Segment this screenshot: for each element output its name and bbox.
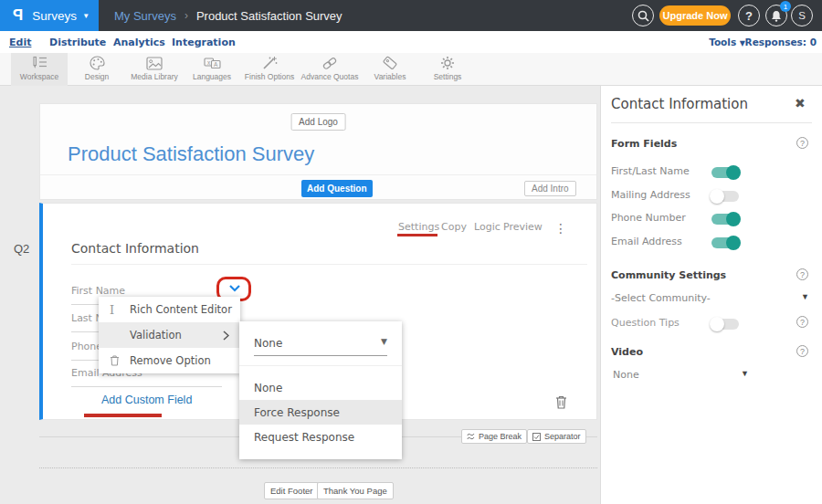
divider [611,122,812,123]
add-custom-field-link[interactable]: Add Custom Field [101,394,192,406]
avatar[interactable]: S [791,5,813,26]
toggle-mailing-address[interactable] [711,191,739,202]
survey-header-card: Add Logo Product Satisfaction Survey Add… [39,103,597,200]
add-logo-button[interactable]: Add Logo [290,113,346,131]
question-preview-link[interactable]: Preview [503,221,543,233]
toggle-email-address[interactable] [711,237,739,248]
help-icon[interactable]: ? [796,316,808,328]
tools-menu[interactable]: Tools ▼ [709,37,745,47]
survey-title[interactable]: Product Satisfaction Survey [68,142,314,166]
community-select[interactable]: -Select Community- [611,292,711,304]
variables-icon [383,56,398,70]
menu-item-validation[interactable]: Validation [99,322,240,348]
workspace-icon [31,56,48,70]
validation-submenu: None ▼ None Force Response Request Respo… [239,321,402,459]
chevron-down-icon: ▼ [82,12,90,20]
tab-integration[interactable]: Integration [172,37,236,48]
validation-option-request-response[interactable]: Request Response [239,425,402,449]
responses-count[interactable]: Responses: 0 [745,37,817,47]
question-tips-label: Question Tips [611,317,680,329]
search-button[interactable] [632,5,654,26]
product-switcher[interactable]: P Surveys ▼ [0,0,99,31]
add-custom-field-red-underline-annotation [84,414,162,417]
video-select[interactable]: None [613,369,639,381]
separator-button[interactable]: Separator [527,429,586,444]
notification-badge: 1 [780,1,791,12]
toolbar-workspace[interactable]: Workspace [11,53,68,86]
breadcrumb-current: Product Satisfaction Survey [196,9,342,23]
breadcrumb: My Surveys › Product Satisfaction Survey [114,0,342,31]
text-editor-icon: I [110,303,130,317]
field-context-menu: I Rich Content Editor Validation Remove … [99,297,240,373]
toolbar-languages[interactable]: xA Languages [184,53,240,86]
avatar-initial: S [798,10,806,21]
help-button[interactable]: ? [738,5,760,26]
question-mark-icon: ? [745,9,753,23]
tab-analytics[interactable]: Analytics [113,37,165,48]
toolbar-media-library[interactable]: Media Library [126,53,183,86]
divider [71,264,587,265]
bell-icon [771,10,782,22]
panel-title: Contact Information [611,96,748,112]
breadcrumb-separator: › [184,9,188,22]
upgrade-now-button[interactable]: Upgrade Now [659,5,731,26]
caret-down-icon: ▼ [381,337,387,346]
question-logic-link[interactable]: Logic [474,221,501,233]
menu-item-rich-content-editor[interactable]: I Rich Content Editor [99,297,240,322]
questionpro-logo-icon: P [13,6,23,25]
toggle-question-tips[interactable] [711,319,739,330]
question-title[interactable]: Contact Information [71,241,199,256]
survey-toolbar: Workspace Design Media Library xA Langua… [0,53,822,86]
trash-icon [110,355,130,366]
toolbar-design[interactable]: Design [68,53,125,86]
validation-option-none[interactable]: None [239,375,402,400]
add-intro-button[interactable]: Add Intro [524,181,576,196]
help-icon[interactable]: ? [796,345,808,357]
toolbar-finish-options[interactable]: Finish Options [241,53,298,86]
close-icon[interactable]: ✖ [795,96,806,110]
top-bar: P Surveys ▼ My Surveys › Product Satisfa… [0,0,822,31]
advance-quotas-icon [321,56,338,70]
finish-options-icon [262,56,278,70]
toggle-label-first-last-name: First/Last Name [611,165,690,177]
languages-icon: xA [204,56,221,70]
validation-select[interactable]: None ▼ [254,337,387,356]
upgrade-now-label: Upgrade Now [663,10,728,21]
validation-option-force-response[interactable]: Force Response [239,400,402,425]
toggle-phone-number[interactable] [711,214,739,225]
page-break-button[interactable]: Page Break [461,429,527,444]
toolbar-variables[interactable]: Variables [362,53,418,86]
question-number-label: Q2 [14,242,29,256]
divider [239,365,402,366]
help-icon[interactable]: ? [796,268,808,280]
form-fields-heading: Form Fields [611,138,677,150]
page-break-icon [467,433,475,441]
caret-down-icon: ▼ [801,292,809,301]
question-more-menu[interactable]: ⋮ [554,221,567,236]
add-question-button[interactable]: Add Question [301,180,373,197]
question-copy-link[interactable]: Copy [441,221,467,233]
toolbar-advance-quotas[interactable]: Advance Quotas [299,53,361,86]
delete-question-trash-icon[interactable] [555,395,567,413]
divider [40,174,596,175]
breadcrumb-my-surveys[interactable]: My Surveys [114,9,176,23]
tab-distribute[interactable]: Distribute [49,37,106,48]
toggle-first-last-name[interactable] [711,167,739,178]
submenu-arrow-icon [223,331,229,341]
dotted-divider [39,467,597,468]
separator-icon [532,433,541,441]
caret-down-icon: ▼ [741,369,749,378]
help-icon[interactable]: ? [796,137,808,149]
tab-edit[interactable]: Edit [9,37,31,48]
tab-bar: Edit Distribute Analytics Integration To… [0,31,822,53]
toggle-label-mailing-address: Mailing Address [611,189,690,201]
toolbar-settings[interactable]: Settings [419,53,476,86]
thank-you-page-button[interactable]: Thank You Page [317,482,394,499]
question-settings-panel: Contact Information ✖ Form Fields ? Firs… [600,86,822,504]
product-label: Surveys [32,9,77,23]
settings-gear-icon [440,56,455,70]
video-heading: Video [611,346,643,358]
question-settings-link[interactable]: Settings [398,221,439,233]
menu-item-remove-option[interactable]: Remove Option [99,348,240,373]
edit-footer-button[interactable]: Edit Footer [264,482,319,499]
